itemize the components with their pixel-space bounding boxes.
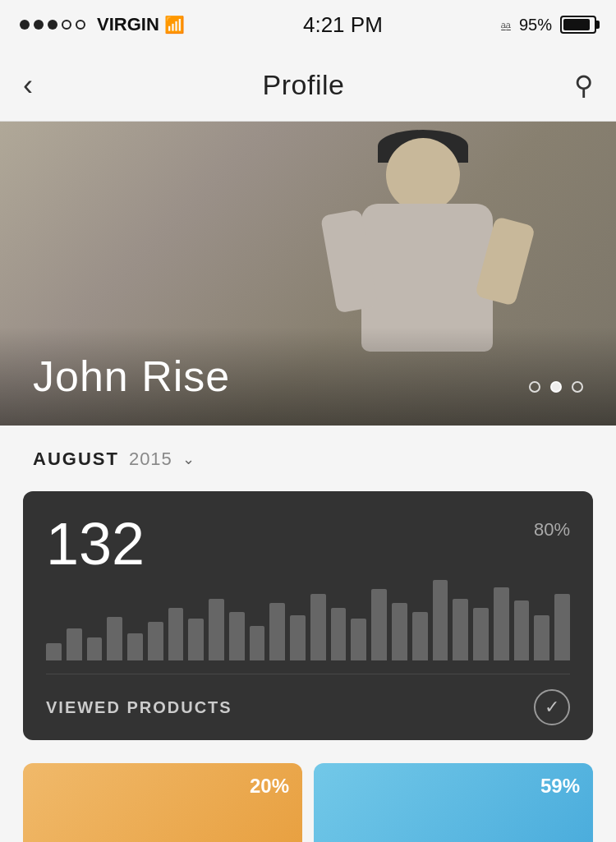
blue-card-percent: 59% xyxy=(540,775,580,798)
chevron-down-icon[interactable]: ⌄ xyxy=(182,450,195,468)
status-right: ⎂ 95% xyxy=(501,16,596,35)
chart-bar xyxy=(168,608,184,660)
stats-card: 132 80% VIEWED PRODUCTS ✓ xyxy=(23,491,593,740)
carrier-label: VIRGIN xyxy=(97,14,159,35)
month-section: AUGUST 2015 ⌄ xyxy=(0,426,616,483)
chart-bar xyxy=(290,615,306,660)
status-left: VIRGIN 📶 xyxy=(20,14,185,35)
wifi-icon: 📶 xyxy=(164,15,185,35)
dot-3 xyxy=(48,20,57,30)
chart-bar xyxy=(269,603,285,660)
chart-bar xyxy=(229,612,245,660)
status-time: 4:21 PM xyxy=(303,12,383,38)
bottom-card-blue[interactable]: 59% xyxy=(314,763,593,842)
status-bar: VIRGIN 📶 4:21 PM ⎂ 95% xyxy=(0,0,616,49)
back-button[interactable]: ‹ xyxy=(23,68,33,103)
stats-label: VIEWED PRODUCTS xyxy=(46,698,232,717)
chart-bar xyxy=(127,633,143,660)
search-icon: ⚲ xyxy=(574,71,593,100)
check-circle-icon[interactable]: ✓ xyxy=(534,689,570,725)
chart-bar xyxy=(433,580,448,660)
dot-5 xyxy=(76,20,85,30)
carousel-dot-1[interactable] xyxy=(529,381,540,393)
dot-4 xyxy=(62,20,71,30)
stats-footer: VIEWED PRODUCTS ✓ xyxy=(46,674,570,740)
bottom-cards: 20% 59% xyxy=(23,763,593,842)
chart-bar xyxy=(46,643,62,661)
battery-percent: 95% xyxy=(519,16,552,35)
stats-percent: 80% xyxy=(534,519,570,541)
chart-bar xyxy=(473,608,489,660)
hero-name: John Rise xyxy=(33,352,230,401)
carousel-dot-3[interactable] xyxy=(572,381,583,393)
chart-bar xyxy=(534,615,549,660)
dot-2 xyxy=(34,20,44,30)
chart-bar xyxy=(148,622,163,660)
chart-bar xyxy=(250,626,265,660)
dot-1 xyxy=(20,20,30,30)
bluetooth-icon: ⎂ xyxy=(501,16,511,35)
chart-bar xyxy=(310,594,326,660)
bottom-card-orange[interactable]: 20% xyxy=(23,763,302,842)
chart-bar xyxy=(87,637,103,660)
hero-carousel-dots xyxy=(529,381,583,393)
chart-bar xyxy=(351,619,366,660)
person-head xyxy=(386,138,460,212)
battery-bar xyxy=(560,16,596,34)
chart-bar xyxy=(554,594,570,660)
hero-section: John Rise xyxy=(0,122,616,426)
year-label: 2015 xyxy=(129,449,172,470)
back-chevron-icon: ‹ xyxy=(23,68,33,103)
chart-bar xyxy=(494,587,509,660)
chart-bar xyxy=(392,603,407,660)
chart-bar xyxy=(67,628,82,661)
chart-bar xyxy=(107,617,122,660)
bar-chart xyxy=(46,587,570,669)
orange-card-percent: 20% xyxy=(250,775,289,798)
month-label: AUGUST xyxy=(33,449,119,470)
stats-top-row: 132 80% xyxy=(46,514,570,573)
chart-bar xyxy=(188,619,204,660)
chart-bar xyxy=(209,599,224,661)
chart-bar xyxy=(514,600,530,660)
chart-bar xyxy=(453,599,468,661)
stats-number: 132 xyxy=(46,514,145,573)
chart-bar xyxy=(371,589,387,660)
battery-fill xyxy=(563,19,590,30)
chart-bar xyxy=(331,608,347,660)
carousel-dot-2[interactable] xyxy=(550,381,562,393)
chart-bar xyxy=(412,612,428,660)
search-button[interactable]: ⚲ xyxy=(574,70,593,101)
page-title: Profile xyxy=(263,69,345,101)
signal-dots xyxy=(20,20,85,30)
nav-bar: ‹ Profile ⚲ xyxy=(0,49,616,122)
